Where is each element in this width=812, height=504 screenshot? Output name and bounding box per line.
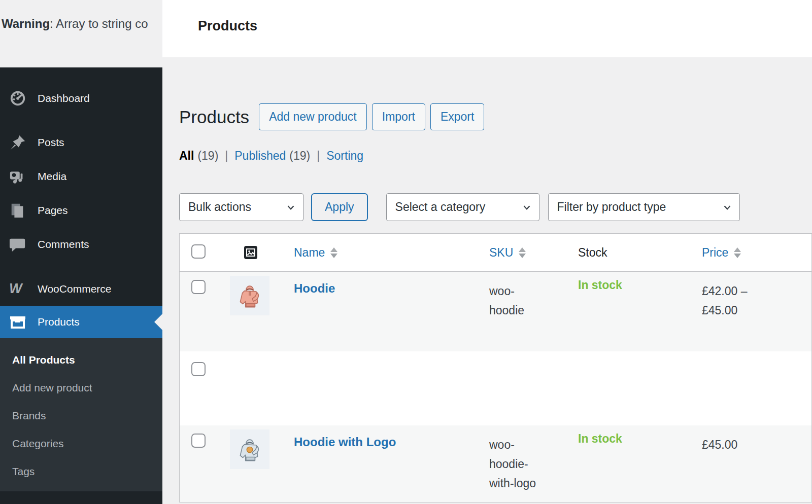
sidebar-item-comments[interactable]: Comments	[0, 227, 162, 261]
stock-status: In stock	[578, 432, 691, 446]
view-separator: |	[225, 149, 228, 163]
table-row: Hoodie woo-hoodie In stock £42.00 – £45.…	[180, 272, 811, 351]
sort-by-sku-header[interactable]: SKU	[489, 246, 566, 260]
svg-text:W: W	[9, 281, 23, 296]
add-new-product-button[interactable]: Add new product	[259, 103, 367, 130]
product-thumbnail-hoodie[interactable]	[230, 276, 269, 315]
chevron-down-icon	[286, 202, 296, 212]
dashboard-gauge-icon	[9, 89, 27, 107]
import-button[interactable]: Import	[372, 103, 425, 130]
view-published-count: (19)	[289, 149, 310, 163]
submenu-item-brands[interactable]: Brands	[0, 402, 162, 429]
submenu-item-label: All Products	[12, 354, 75, 366]
sidebar-item-label: Posts	[38, 136, 64, 149]
products-table: Name SKU Stock Price	[179, 233, 812, 502]
category-filter-value: Select a category	[395, 200, 486, 214]
sidebar-item-woocommerce[interactable]: W WooCommerce	[0, 272, 162, 306]
pushpin-icon	[9, 133, 27, 152]
view-published-link[interactable]: Published	[234, 149, 286, 163]
column-label-stock: Stock	[578, 246, 607, 259]
chevron-down-icon	[722, 202, 732, 212]
product-type-filter-select[interactable]: Filter by product type	[548, 193, 740, 221]
submenu-item-label: Tags	[12, 465, 35, 478]
bulk-actions-select[interactable]: Bulk actions	[179, 193, 303, 221]
view-separator: |	[317, 149, 320, 163]
submenu-item-label: Brands	[12, 410, 46, 422]
stock-status: In stock	[578, 278, 691, 292]
view-all-link[interactable]: All	[179, 149, 194, 163]
comments-icon	[9, 235, 27, 254]
sort-by-name-header[interactable]: Name	[294, 246, 478, 260]
sidebar-item-posts[interactable]: Posts	[0, 125, 162, 159]
product-sku: woo-hoodie	[489, 281, 543, 320]
page-title: Products	[179, 107, 249, 127]
sidebar-item-label: Comments	[38, 238, 89, 250]
select-row-checkbox[interactable]	[191, 280, 206, 294]
table-header-row: Name SKU Stock Price	[180, 234, 811, 272]
category-filter-select[interactable]: Select a category	[386, 193, 539, 221]
sidebar-item-media[interactable]: Media	[0, 159, 162, 193]
column-label-price: Price	[702, 246, 728, 260]
select-row-checkbox[interactable]	[191, 434, 206, 448]
apply-button[interactable]: Apply	[311, 193, 368, 221]
product-price: £45.00	[702, 435, 764, 454]
sort-arrows-icon	[519, 247, 526, 258]
products-submenu: All Products Add new product Brands Cate…	[0, 338, 162, 491]
active-menu-arrow	[154, 314, 162, 330]
select-all-checkbox[interactable]	[191, 244, 206, 259]
sort-arrows-icon	[330, 247, 337, 258]
sidebar-item-products[interactable]: Products	[0, 306, 162, 338]
top-header-title: Products	[198, 18, 257, 34]
view-filter-links: All (19) | Published (19) | Sorting	[179, 149, 812, 163]
image-column-icon	[244, 246, 257, 259]
sort-by-price-header[interactable]: Price	[702, 246, 811, 260]
column-label-sku: SKU	[489, 246, 513, 260]
top-header: Products	[162, 0, 812, 57]
pages-icon	[9, 201, 27, 220]
products-box-icon	[9, 313, 27, 331]
warning-text: : Array to string co	[50, 17, 148, 30]
submenu-item-all-products[interactable]: All Products	[0, 346, 162, 374]
sort-arrows-icon	[734, 247, 741, 258]
submenu-item-label: Add new product	[12, 382, 92, 394]
product-name-link[interactable]: Hoodie	[294, 281, 335, 296]
admin-sidebar: Dashboard Posts Media Pages Comments	[0, 67, 162, 504]
product-thumbnail-hoodie-with-logo[interactable]	[230, 429, 269, 469]
media-icon	[9, 167, 27, 186]
sidebar-item-label: Media	[38, 170, 66, 183]
submenu-item-label: Categories	[12, 438, 64, 450]
sidebar-item-dashboard[interactable]: Dashboard	[0, 81, 162, 115]
bulk-actions-value: Bulk actions	[188, 200, 251, 214]
warning-label: Warning	[2, 17, 50, 30]
sidebar-item-label: WooCommerce	[38, 283, 111, 295]
main-content: Products Add new product Import Export A…	[162, 57, 812, 504]
product-name-link[interactable]: Hoodie with Logo	[294, 435, 396, 449]
sidebar-item-pages[interactable]: Pages	[0, 193, 162, 227]
export-button[interactable]: Export	[430, 103, 484, 130]
sidebar-item-label: Dashboard	[38, 92, 90, 104]
sidebar-item-label: Products	[38, 316, 80, 328]
select-row-checkbox[interactable]	[191, 362, 206, 376]
submenu-item-tags[interactable]: Tags	[0, 457, 162, 485]
chevron-down-icon	[522, 202, 532, 212]
column-label-name: Name	[294, 246, 325, 260]
submenu-item-categories[interactable]: Categories	[0, 429, 162, 457]
submenu-item-add-new-product[interactable]: Add new product	[0, 374, 162, 402]
product-price: £42.00 – £45.00	[702, 281, 764, 320]
table-row: Hoodie with Logo woo-hoodie-with-logo In…	[180, 425, 811, 502]
woocommerce-icon: W	[9, 280, 27, 298]
product-sku: woo-hoodie-with-logo	[489, 435, 543, 493]
php-warning-notice: Warning: Array to string co	[0, 0, 162, 67]
view-sorting-link[interactable]: Sorting	[326, 149, 363, 163]
product-type-filter-value: Filter by product type	[557, 200, 666, 214]
view-all-count: (19)	[197, 149, 218, 163]
table-row	[180, 351, 811, 425]
sidebar-item-label: Pages	[38, 204, 68, 217]
